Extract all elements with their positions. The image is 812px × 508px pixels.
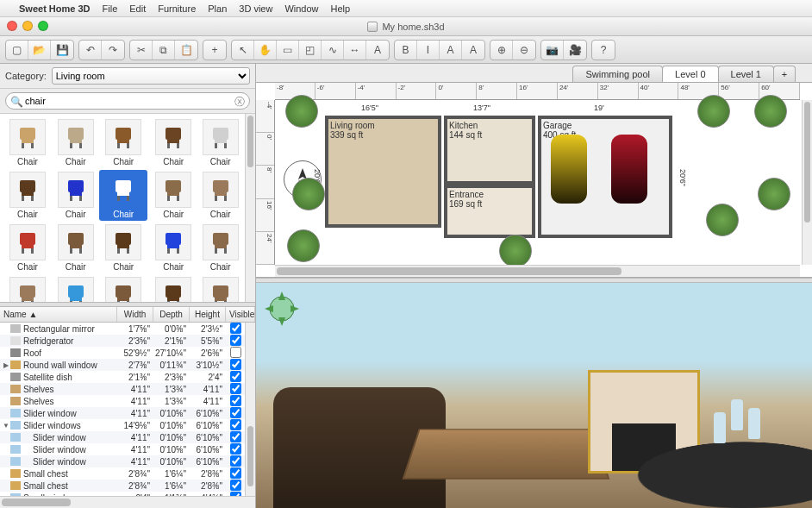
- catalog-item[interactable]: Chair: [99, 223, 147, 273]
- catalog-item[interactable]: Lattice chair: [99, 275, 147, 302]
- furniture-visible[interactable]: [226, 335, 245, 348]
- cut-icon[interactable]: ✂: [130, 41, 153, 60]
- furniture-visible[interactable]: [226, 371, 245, 384]
- furniture-row[interactable]: Slider window4'11"0'10⅝"6'10⅝": [0, 455, 245, 467]
- level-tab[interactable]: Level 1: [718, 66, 774, 82]
- col-height[interactable]: Height: [190, 307, 226, 322]
- catalog-item[interactable]: Chair: [53, 170, 97, 221]
- furniture-row[interactable]: Satellite dish2'1⅜"2'3⅜"2'4": [0, 371, 245, 383]
- furniture-visible[interactable]: [226, 419, 245, 432]
- catalog-item[interactable]: Modern arm...: [149, 275, 197, 302]
- furniture-row[interactable]: ▶Round wall window2'7⅜"0'11¾"3'10½": [0, 359, 245, 371]
- font-down-icon[interactable]: A: [462, 41, 484, 60]
- dimension-icon[interactable]: ↔: [344, 41, 366, 60]
- catalog-item[interactable]: Chair: [99, 117, 147, 168]
- car-icon[interactable]: [611, 135, 647, 204]
- copy-icon[interactable]: ⧉: [153, 41, 175, 60]
- catalog-item[interactable]: Chair: [199, 117, 241, 168]
- catalog-item[interactable]: Oak chair: [199, 275, 241, 302]
- open-icon[interactable]: 📂: [28, 41, 51, 60]
- redo-icon[interactable]: ↷: [102, 41, 124, 60]
- bush-icon[interactable]: [499, 235, 532, 267]
- catalog-item[interactable]: Chair: [149, 170, 197, 221]
- font-up-icon[interactable]: A: [440, 41, 462, 60]
- add-level-button[interactable]: +: [773, 66, 796, 82]
- furniture-visible[interactable]: [226, 359, 245, 372]
- catalog-item[interactable]: Chair: [3, 117, 52, 168]
- col-depth[interactable]: Depth: [153, 307, 190, 322]
- disclosure-icon[interactable]: ▼: [2, 422, 10, 430]
- furniture-row[interactable]: Shelves4'11"1'3¾"4'11": [0, 383, 245, 395]
- catalog-scrollbar[interactable]: [245, 114, 255, 302]
- furniture-visible[interactable]: [226, 443, 245, 456]
- undo-icon[interactable]: ↶: [79, 41, 102, 60]
- minimize-button[interactable]: [22, 21, 33, 31]
- furniture-visible[interactable]: [226, 395, 245, 408]
- bush-icon[interactable]: [758, 178, 790, 210]
- menu-file[interactable]: File: [103, 3, 118, 14]
- bush-icon[interactable]: [706, 204, 739, 236]
- furniture-visible[interactable]: [226, 455, 245, 468]
- catalog-item[interactable]: Chair: [199, 223, 241, 273]
- bush-icon[interactable]: [285, 95, 318, 128]
- menu-3d-view[interactable]: 3D view: [239, 3, 272, 14]
- furniture-row[interactable]: Rectangular mirror1'7⅝"0'0⅜"2'3½": [0, 323, 245, 335]
- catalog-item[interactable]: Chair: [53, 117, 97, 168]
- furniture-row[interactable]: Roof52'9½"27'10¼"2'6⅜": [0, 347, 245, 359]
- furniture-visible[interactable]: [226, 383, 245, 396]
- furniture-visible[interactable]: [226, 431, 245, 444]
- furniture-row[interactable]: Small chest2'8¾"1'6¼"2'8⅜": [0, 480, 245, 492]
- furniture-scrollbar[interactable]: [245, 323, 255, 496]
- add-furniture-icon[interactable]: +: [203, 41, 226, 60]
- bush-icon[interactable]: [287, 229, 320, 262]
- furniture-header[interactable]: Name ▲ Width Depth Height Visible: [0, 307, 255, 323]
- catalog-item[interactable]: Chair: [53, 223, 97, 273]
- catalog-item[interactable]: Chair: [199, 170, 241, 221]
- search-input[interactable]: [5, 92, 250, 110]
- room[interactable]: Living room339 sq ft: [325, 116, 441, 228]
- car-icon[interactable]: [551, 135, 587, 204]
- furniture-row[interactable]: Small chest2'8¾"1'6¼"2'8⅜": [0, 467, 245, 480]
- furniture-row[interactable]: Slider window4'11"0'10⅝"6'10⅝": [0, 431, 245, 443]
- furniture-visible[interactable]: [226, 323, 245, 336]
- catalog-item[interactable]: Chair: [99, 170, 147, 221]
- catalog-item[interactable]: Chair: [3, 223, 52, 273]
- room-icon[interactable]: ◰: [299, 41, 322, 60]
- catalog-item[interactable]: Chair: [149, 117, 197, 168]
- help-icon[interactable]: ?: [592, 41, 615, 60]
- furniture-row[interactable]: ▼Slider windows14'9⅛"0'10⅝"6'10⅝": [0, 419, 245, 431]
- menu-help[interactable]: Help: [331, 3, 351, 14]
- disclosure-icon[interactable]: ▶: [2, 361, 10, 369]
- pan-icon[interactable]: ✋: [254, 41, 277, 60]
- 3d-view[interactable]: [256, 283, 812, 508]
- catalog-item[interactable]: Child chair: [53, 275, 97, 302]
- app-menu[interactable]: Sweet Home 3D: [19, 3, 91, 14]
- room[interactable]: Entrance169 sq ft: [444, 185, 535, 238]
- catalog-item[interactable]: Chair with c...: [3, 275, 52, 302]
- furniture-row[interactable]: Slider window4'11"0'10⅝"6'10⅝": [0, 443, 245, 455]
- video-icon[interactable]: 🎥: [564, 41, 586, 60]
- furniture-row[interactable]: Shelves4'11"1'3¾"4'11": [0, 395, 245, 407]
- furniture-visible[interactable]: [226, 407, 245, 420]
- menu-edit[interactable]: Edit: [129, 3, 146, 14]
- col-name[interactable]: Name ▲: [0, 307, 117, 322]
- save-icon[interactable]: 💾: [51, 41, 73, 60]
- furniture-row[interactable]: Slider window4'11"0'10⅝"6'10⅝": [0, 407, 245, 419]
- level-tab[interactable]: Swimming pool: [572, 66, 663, 82]
- furniture-visible[interactable]: [226, 480, 245, 492]
- zoom-out-icon[interactable]: ⊖: [513, 41, 535, 60]
- clear-search-icon[interactable]: ⓧ: [234, 95, 245, 110]
- text-icon[interactable]: A: [366, 41, 389, 60]
- furniture-visible[interactable]: [226, 347, 245, 360]
- furniture-row[interactable]: Refridgerator2'3⅝"2'1⅝"5'5⅜": [0, 335, 245, 347]
- menu-plan[interactable]: Plan: [208, 3, 227, 14]
- photo-icon[interactable]: 📷: [541, 41, 564, 60]
- menu-window[interactable]: Window: [284, 3, 318, 14]
- italic-icon[interactable]: I: [417, 41, 440, 60]
- room[interactable]: Kitchen144 sq ft: [444, 116, 535, 185]
- level-tab[interactable]: Level 0: [662, 66, 718, 82]
- 3d-nav-compass[interactable]: [263, 290, 301, 328]
- wall-icon[interactable]: ▭: [277, 41, 299, 60]
- plan-canvas[interactable]: Living room339 sq ftKitchen144 sq ftEntr…: [275, 100, 800, 265]
- zoom-button[interactable]: [38, 21, 48, 31]
